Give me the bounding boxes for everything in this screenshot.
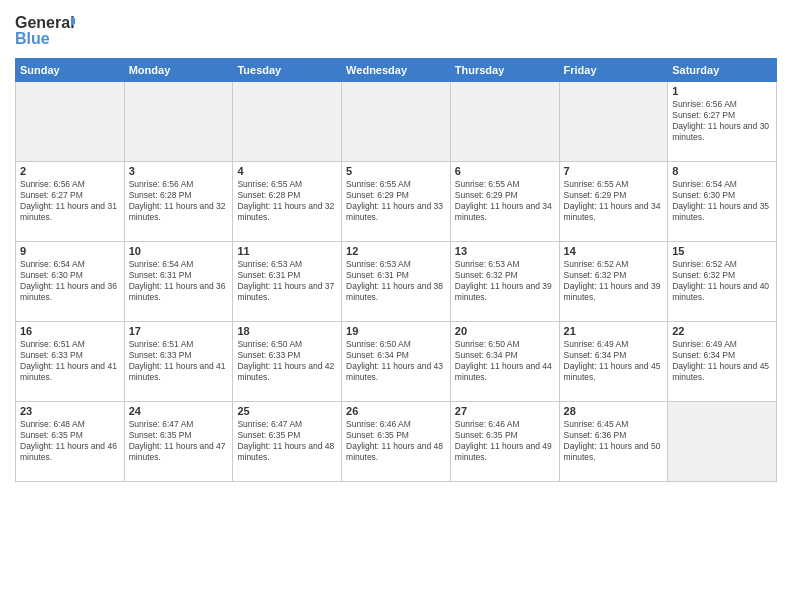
day-number: 17 bbox=[129, 325, 229, 337]
day-number: 12 bbox=[346, 245, 446, 257]
cell-text: Sunrise: 6:52 AM Sunset: 6:32 PM Dayligh… bbox=[564, 259, 664, 303]
cell-text: Sunrise: 6:46 AM Sunset: 6:35 PM Dayligh… bbox=[346, 419, 446, 463]
day-number: 28 bbox=[564, 405, 664, 417]
cal-cell: 24Sunrise: 6:47 AM Sunset: 6:35 PM Dayli… bbox=[124, 402, 233, 482]
day-number: 11 bbox=[237, 245, 337, 257]
calendar-week-4: 23Sunrise: 6:48 AM Sunset: 6:35 PM Dayli… bbox=[16, 402, 777, 482]
cell-text: Sunrise: 6:54 AM Sunset: 6:31 PM Dayligh… bbox=[129, 259, 229, 303]
cal-cell: 10Sunrise: 6:54 AM Sunset: 6:31 PM Dayli… bbox=[124, 242, 233, 322]
cal-cell: 9Sunrise: 6:54 AM Sunset: 6:30 PM Daylig… bbox=[16, 242, 125, 322]
cell-text: Sunrise: 6:51 AM Sunset: 6:33 PM Dayligh… bbox=[129, 339, 229, 383]
cell-text: Sunrise: 6:46 AM Sunset: 6:35 PM Dayligh… bbox=[455, 419, 555, 463]
calendar-table: SundayMondayTuesdayWednesdayThursdayFrid… bbox=[15, 58, 777, 482]
day-number: 10 bbox=[129, 245, 229, 257]
day-number: 13 bbox=[455, 245, 555, 257]
day-header-wednesday: Wednesday bbox=[342, 59, 451, 82]
cal-cell bbox=[668, 402, 777, 482]
cal-cell: 26Sunrise: 6:46 AM Sunset: 6:35 PM Dayli… bbox=[342, 402, 451, 482]
cal-cell: 23Sunrise: 6:48 AM Sunset: 6:35 PM Dayli… bbox=[16, 402, 125, 482]
cell-text: Sunrise: 6:49 AM Sunset: 6:34 PM Dayligh… bbox=[564, 339, 664, 383]
calendar-week-2: 9Sunrise: 6:54 AM Sunset: 6:30 PM Daylig… bbox=[16, 242, 777, 322]
cell-text: Sunrise: 6:53 AM Sunset: 6:32 PM Dayligh… bbox=[455, 259, 555, 303]
day-number: 6 bbox=[455, 165, 555, 177]
cal-cell: 28Sunrise: 6:45 AM Sunset: 6:36 PM Dayli… bbox=[559, 402, 668, 482]
cell-text: Sunrise: 6:55 AM Sunset: 6:29 PM Dayligh… bbox=[564, 179, 664, 223]
cal-cell: 22Sunrise: 6:49 AM Sunset: 6:34 PM Dayli… bbox=[668, 322, 777, 402]
calendar-week-0: 1Sunrise: 6:56 AM Sunset: 6:27 PM Daylig… bbox=[16, 82, 777, 162]
cell-text: Sunrise: 6:51 AM Sunset: 6:33 PM Dayligh… bbox=[20, 339, 120, 383]
day-number: 8 bbox=[672, 165, 772, 177]
cal-cell bbox=[124, 82, 233, 162]
cell-text: Sunrise: 6:49 AM Sunset: 6:34 PM Dayligh… bbox=[672, 339, 772, 383]
day-number: 22 bbox=[672, 325, 772, 337]
cell-text: Sunrise: 6:55 AM Sunset: 6:29 PM Dayligh… bbox=[455, 179, 555, 223]
cal-cell: 25Sunrise: 6:47 AM Sunset: 6:35 PM Dayli… bbox=[233, 402, 342, 482]
cell-text: Sunrise: 6:53 AM Sunset: 6:31 PM Dayligh… bbox=[346, 259, 446, 303]
cal-cell: 1Sunrise: 6:56 AM Sunset: 6:27 PM Daylig… bbox=[668, 82, 777, 162]
cal-cell: 11Sunrise: 6:53 AM Sunset: 6:31 PM Dayli… bbox=[233, 242, 342, 322]
cal-cell bbox=[450, 82, 559, 162]
svg-text:General: General bbox=[15, 14, 75, 31]
day-number: 9 bbox=[20, 245, 120, 257]
day-number: 27 bbox=[455, 405, 555, 417]
day-number: 3 bbox=[129, 165, 229, 177]
logo-svg: General Blue bbox=[15, 10, 75, 50]
day-header-friday: Friday bbox=[559, 59, 668, 82]
cal-cell bbox=[342, 82, 451, 162]
cal-cell bbox=[559, 82, 668, 162]
cal-cell: 15Sunrise: 6:52 AM Sunset: 6:32 PM Dayli… bbox=[668, 242, 777, 322]
cell-text: Sunrise: 6:48 AM Sunset: 6:35 PM Dayligh… bbox=[20, 419, 120, 463]
cal-cell bbox=[16, 82, 125, 162]
cell-text: Sunrise: 6:50 AM Sunset: 6:33 PM Dayligh… bbox=[237, 339, 337, 383]
day-number: 14 bbox=[564, 245, 664, 257]
day-header-monday: Monday bbox=[124, 59, 233, 82]
cell-text: Sunrise: 6:56 AM Sunset: 6:27 PM Dayligh… bbox=[20, 179, 120, 223]
day-number: 18 bbox=[237, 325, 337, 337]
day-number: 2 bbox=[20, 165, 120, 177]
cal-cell: 14Sunrise: 6:52 AM Sunset: 6:32 PM Dayli… bbox=[559, 242, 668, 322]
page-container: General Blue SundayMondayTuesdayWednesda… bbox=[0, 0, 792, 492]
calendar-body: 1Sunrise: 6:56 AM Sunset: 6:27 PM Daylig… bbox=[16, 82, 777, 482]
cell-text: Sunrise: 6:52 AM Sunset: 6:32 PM Dayligh… bbox=[672, 259, 772, 303]
cell-text: Sunrise: 6:47 AM Sunset: 6:35 PM Dayligh… bbox=[237, 419, 337, 463]
cal-cell: 8Sunrise: 6:54 AM Sunset: 6:30 PM Daylig… bbox=[668, 162, 777, 242]
cal-cell: 19Sunrise: 6:50 AM Sunset: 6:34 PM Dayli… bbox=[342, 322, 451, 402]
day-number: 24 bbox=[129, 405, 229, 417]
cell-text: Sunrise: 6:56 AM Sunset: 6:27 PM Dayligh… bbox=[672, 99, 772, 143]
day-number: 23 bbox=[20, 405, 120, 417]
calendar-header-row: SundayMondayTuesdayWednesdayThursdayFrid… bbox=[16, 59, 777, 82]
svg-text:Blue: Blue bbox=[15, 30, 50, 47]
cell-text: Sunrise: 6:50 AM Sunset: 6:34 PM Dayligh… bbox=[455, 339, 555, 383]
day-header-saturday: Saturday bbox=[668, 59, 777, 82]
cal-cell: 17Sunrise: 6:51 AM Sunset: 6:33 PM Dayli… bbox=[124, 322, 233, 402]
cal-cell: 16Sunrise: 6:51 AM Sunset: 6:33 PM Dayli… bbox=[16, 322, 125, 402]
cell-text: Sunrise: 6:55 AM Sunset: 6:28 PM Dayligh… bbox=[237, 179, 337, 223]
cal-cell: 13Sunrise: 6:53 AM Sunset: 6:32 PM Dayli… bbox=[450, 242, 559, 322]
cal-cell: 18Sunrise: 6:50 AM Sunset: 6:33 PM Dayli… bbox=[233, 322, 342, 402]
logo: General Blue bbox=[15, 10, 75, 50]
cal-cell: 4Sunrise: 6:55 AM Sunset: 6:28 PM Daylig… bbox=[233, 162, 342, 242]
day-number: 19 bbox=[346, 325, 446, 337]
cal-cell: 27Sunrise: 6:46 AM Sunset: 6:35 PM Dayli… bbox=[450, 402, 559, 482]
day-number: 1 bbox=[672, 85, 772, 97]
cell-text: Sunrise: 6:56 AM Sunset: 6:28 PM Dayligh… bbox=[129, 179, 229, 223]
day-number: 25 bbox=[237, 405, 337, 417]
cal-cell: 20Sunrise: 6:50 AM Sunset: 6:34 PM Dayli… bbox=[450, 322, 559, 402]
day-number: 7 bbox=[564, 165, 664, 177]
cell-text: Sunrise: 6:47 AM Sunset: 6:35 PM Dayligh… bbox=[129, 419, 229, 463]
cal-cell: 2Sunrise: 6:56 AM Sunset: 6:27 PM Daylig… bbox=[16, 162, 125, 242]
cal-cell: 6Sunrise: 6:55 AM Sunset: 6:29 PM Daylig… bbox=[450, 162, 559, 242]
calendar-week-1: 2Sunrise: 6:56 AM Sunset: 6:27 PM Daylig… bbox=[16, 162, 777, 242]
day-number: 26 bbox=[346, 405, 446, 417]
day-number: 20 bbox=[455, 325, 555, 337]
cal-cell: 5Sunrise: 6:55 AM Sunset: 6:29 PM Daylig… bbox=[342, 162, 451, 242]
cal-cell: 7Sunrise: 6:55 AM Sunset: 6:29 PM Daylig… bbox=[559, 162, 668, 242]
header: General Blue bbox=[15, 10, 777, 50]
cal-cell: 21Sunrise: 6:49 AM Sunset: 6:34 PM Dayli… bbox=[559, 322, 668, 402]
cell-text: Sunrise: 6:55 AM Sunset: 6:29 PM Dayligh… bbox=[346, 179, 446, 223]
cell-text: Sunrise: 6:45 AM Sunset: 6:36 PM Dayligh… bbox=[564, 419, 664, 463]
day-number: 15 bbox=[672, 245, 772, 257]
calendar-week-3: 16Sunrise: 6:51 AM Sunset: 6:33 PM Dayli… bbox=[16, 322, 777, 402]
cal-cell: 12Sunrise: 6:53 AM Sunset: 6:31 PM Dayli… bbox=[342, 242, 451, 322]
day-number: 16 bbox=[20, 325, 120, 337]
